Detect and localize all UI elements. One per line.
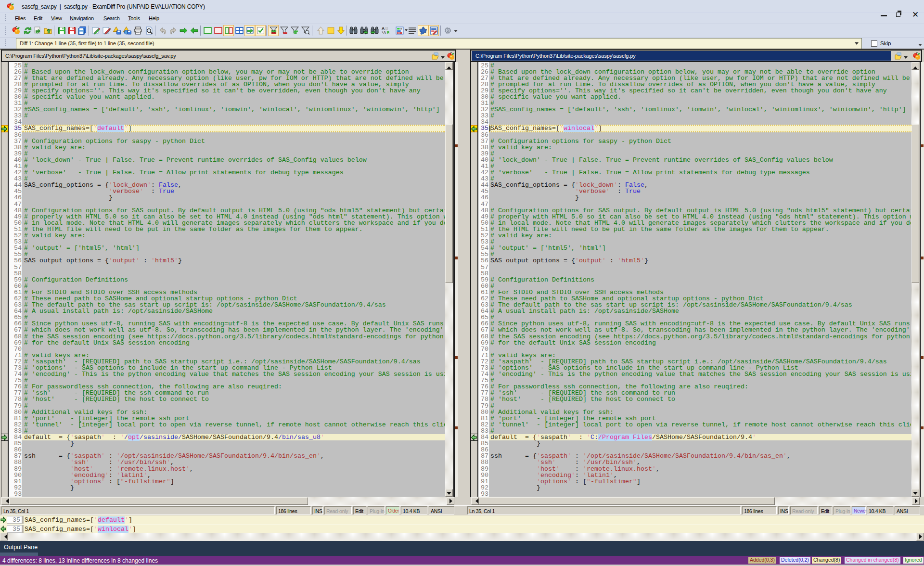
svg-text:A: A — [383, 30, 386, 35]
svg-text:B: B — [387, 30, 389, 35]
